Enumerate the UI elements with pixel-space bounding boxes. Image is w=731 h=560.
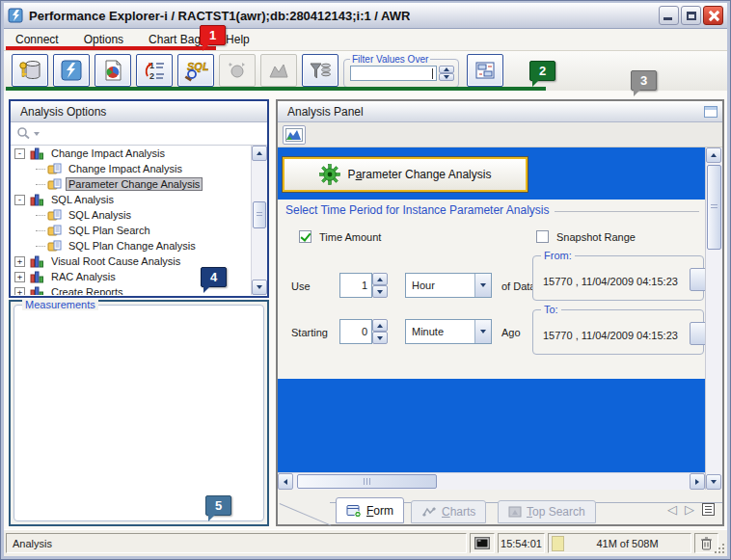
dropdown-arrow-icon[interactable] — [474, 320, 491, 343]
starting-amount-value[interactable]: 0 — [339, 319, 372, 344]
memory-cell: 41M of 508M — [548, 533, 691, 553]
tab-list-icon[interactable] — [702, 503, 715, 516]
search-icon — [16, 126, 32, 141]
from-group: From: 15770 , 11/04/2009 04:15:23 — [532, 255, 704, 301]
spin-up-button[interactable] — [372, 273, 388, 285]
tree-item-change-impact-group[interactable]: - Change Impact Analysis — [11, 146, 251, 161]
tree-item-sql-plan-change[interactable]: SQL Plan Change Analysis — [11, 238, 251, 253]
measurements-list[interactable]: Measurements — [14, 305, 264, 521]
tab-charts[interactable]: Charts — [411, 500, 486, 523]
title-bar[interactable]: Performance Explorer-i / RACTST1(awr);db… — [4, 3, 727, 29]
app-icon — [8, 8, 23, 23]
to-group: To: 15770 , 11/04/2009 04:15:23 — [532, 309, 704, 355]
measurements-panel: Measurements — [9, 300, 269, 526]
from-picker-button[interactable] — [690, 268, 705, 291]
scroll-thumb[interactable] — [253, 201, 266, 228]
search-dropdown-icon — [34, 132, 40, 136]
time-amount-label: Time Amount — [319, 231, 381, 243]
tree-item-parameter-change[interactable]: Parameter Change Analysis — [11, 176, 251, 192]
dropdown-arrow-icon[interactable] — [474, 274, 491, 297]
expand-toggle-icon[interactable]: + — [14, 256, 25, 267]
flash-icon — [60, 59, 83, 82]
tree-item-sql-analysis[interactable]: SQL Analysis — [11, 207, 251, 223]
minimize-button[interactable] — [659, 6, 679, 25]
close-button[interactable] — [703, 6, 723, 25]
tree-item-sql-plan-search[interactable]: SQL Plan Search — [11, 223, 251, 238]
time-amount-checkbox[interactable] — [299, 230, 311, 243]
main-area: Analysis Options - Change Impact Analysi… — [4, 91, 727, 530]
performance-button[interactable] — [53, 54, 90, 87]
text-caret — [432, 68, 433, 79]
layout-button[interactable] — [467, 54, 503, 87]
trash-icon — [700, 536, 713, 550]
chart-button-disabled[interactable] — [260, 54, 297, 87]
tree-item-change-impact[interactable]: Change Impact Analysis — [11, 161, 251, 176]
report-folder-icon — [47, 240, 62, 253]
replay-button-disabled[interactable] — [219, 54, 256, 87]
tree-scrollbar[interactable] — [251, 146, 267, 295]
restore-panel-icon[interactable] — [704, 106, 717, 118]
collapse-toggle-icon[interactable]: - — [14, 195, 25, 205]
filter-spin-up-button[interactable] — [439, 66, 454, 73]
spin-down-button[interactable] — [372, 285, 388, 298]
next-tab-icon[interactable]: ▷ — [685, 502, 694, 517]
tab-form-label: Form — [366, 504, 393, 518]
starting-amount-spinner[interactable]: 0 — [339, 319, 388, 344]
scroll-thumb[interactable] — [707, 165, 721, 250]
console-icon — [474, 537, 490, 549]
use-unit-dropdown[interactable]: Hour — [405, 273, 492, 298]
starting-unit-dropdown[interactable]: Minute — [405, 319, 492, 344]
prev-tab-icon[interactable]: ◁ — [667, 502, 677, 517]
filter-button[interactable] — [302, 54, 338, 87]
charts-tab-icon — [421, 506, 437, 518]
bar-chart-icon — [30, 147, 44, 160]
tab-top-search[interactable]: Top Search — [498, 500, 596, 523]
from-value: 15770 , 11/04/2009 04:15:23 — [543, 276, 678, 287]
expand-toggle-icon[interactable]: + — [14, 287, 25, 296]
scroll-down-button[interactable] — [252, 280, 267, 295]
scroll-thumb[interactable] — [297, 474, 437, 489]
analysis-options-title: Analysis Options — [20, 105, 106, 119]
menu-help[interactable]: Help — [224, 31, 252, 48]
gear-icon — [319, 164, 340, 185]
content-vertical-scrollbar[interactable] — [705, 147, 722, 490]
scroll-up-button[interactable] — [706, 147, 721, 163]
use-amount-spinner[interactable]: 1 — [339, 273, 388, 298]
svg-text:2: 2 — [149, 71, 154, 81]
scroll-left-button[interactable] — [278, 473, 293, 490]
use-label: Use — [291, 280, 311, 292]
to-picker-button[interactable] — [690, 322, 705, 345]
snapshot-range-checkbox[interactable] — [536, 230, 549, 243]
scroll-down-button[interactable] — [706, 474, 721, 490]
spin-down-button[interactable] — [372, 332, 388, 344]
app-window: Performance Explorer-i / RACTST1(awr);db… — [0, 0, 731, 560]
console-cell[interactable] — [470, 533, 495, 553]
filter-value-input[interactable] — [350, 66, 437, 81]
status-bar: Analysis 15:54:01 41M of 508M — [4, 529, 727, 556]
collapse-toggle-icon[interactable]: - — [14, 148, 25, 159]
use-amount-value[interactable]: 1 — [339, 273, 372, 298]
toolbar: 1 2 SQL — [4, 51, 727, 91]
connect-db-button[interactable] — [12, 54, 48, 87]
parameter-change-analysis-button[interactable]: Parameter Change Analysis — [283, 157, 528, 192]
measurements-title: Measurements — [22, 299, 98, 310]
resize-grip[interactable] — [714, 543, 725, 554]
window-layout-icon — [474, 59, 497, 82]
tree-search-input[interactable] — [11, 122, 267, 146]
maximize-icon — [687, 12, 696, 20]
filter-spin-down-button[interactable] — [439, 73, 454, 81]
sql-search-button[interactable]: SQL — [177, 54, 214, 87]
memory-indicator — [552, 536, 564, 551]
expand-toggle-icon[interactable]: + — [14, 272, 25, 282]
maximize-button[interactable] — [681, 6, 701, 25]
spin-up-button[interactable] — [372, 319, 388, 332]
content-horizontal-scrollbar[interactable] — [278, 472, 705, 490]
tree-item-sql-analysis-group[interactable]: - SQL Analysis — [11, 192, 251, 207]
tab-form[interactable]: Form — [336, 497, 404, 523]
scroll-right-button[interactable] — [690, 473, 705, 490]
bar-chart-icon — [30, 255, 44, 268]
chart-view-button[interactable] — [283, 125, 306, 145]
top-activity-button[interactable]: 1 2 — [136, 54, 173, 87]
scroll-up-button[interactable] — [252, 146, 267, 161]
report-button[interactable] — [95, 54, 131, 87]
